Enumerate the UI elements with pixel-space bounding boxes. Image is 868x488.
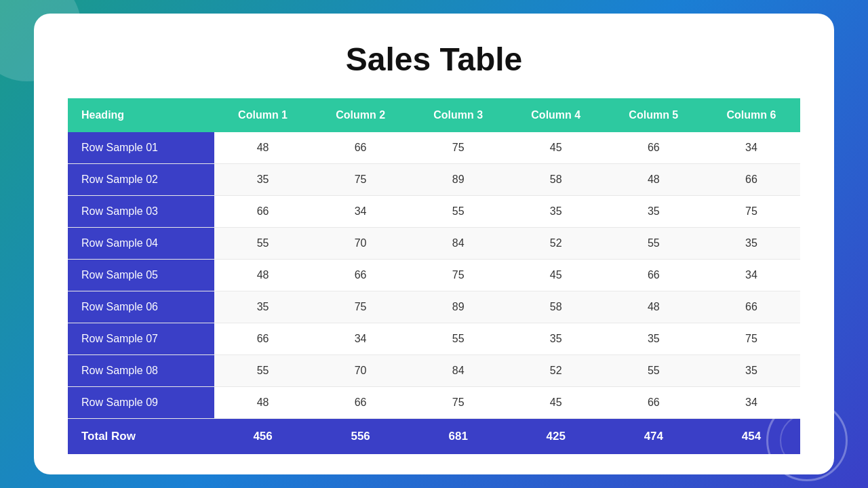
- row-8-col-5: 55: [605, 355, 703, 387]
- row-1-col-1: 48: [214, 132, 312, 164]
- table-row: Row Sample 09486675456634: [68, 387, 800, 419]
- row-8-col-6: 35: [703, 355, 800, 387]
- sales-table: Heading Column 1 Column 2 Column 3 Colum…: [68, 98, 800, 454]
- col-3-header: Column 3: [410, 98, 507, 132]
- table-row: Row Sample 03663455353575: [68, 196, 800, 228]
- row-2-col-6: 66: [703, 164, 800, 196]
- table-row: Row Sample 04557084525535: [68, 228, 800, 260]
- main-card: Sales Table Heading Column 1 Column 2 Co…: [34, 14, 834, 474]
- row-label: Row Sample 06: [68, 291, 214, 323]
- col-6-header: Column 6: [703, 98, 800, 132]
- row-4-col-5: 55: [605, 228, 703, 260]
- row-4-col-1: 55: [214, 228, 312, 260]
- row-7-col-5: 35: [605, 323, 703, 355]
- table-row: Row Sample 01486675456634: [68, 132, 800, 164]
- row-2-col-2: 75: [312, 164, 410, 196]
- row-8-col-4: 52: [507, 355, 605, 387]
- row-label: Row Sample 03: [68, 196, 214, 228]
- row-label: Row Sample 07: [68, 323, 214, 355]
- row-2-col-3: 89: [410, 164, 507, 196]
- row-6-col-5: 48: [605, 291, 703, 323]
- total-col-3: 681: [410, 419, 507, 455]
- row-6-col-3: 89: [410, 291, 507, 323]
- row-9-col-2: 66: [312, 387, 410, 419]
- row-5-col-3: 75: [410, 260, 507, 291]
- row-4-col-2: 70: [312, 228, 410, 260]
- row-5-col-1: 48: [214, 260, 312, 291]
- row-9-col-1: 48: [214, 387, 312, 419]
- total-row: Total Row456556681425474454: [68, 419, 800, 455]
- total-col-4: 425: [507, 419, 605, 455]
- row-label: Row Sample 08: [68, 355, 214, 387]
- row-8-col-1: 55: [214, 355, 312, 387]
- table-row: Row Sample 05486675456634: [68, 260, 800, 291]
- col-4-header: Column 4: [507, 98, 605, 132]
- row-7-col-4: 35: [507, 323, 605, 355]
- total-row-label: Total Row: [68, 419, 214, 455]
- row-7-col-3: 55: [410, 323, 507, 355]
- row-1-col-5: 66: [605, 132, 703, 164]
- row-label: Row Sample 09: [68, 387, 214, 419]
- row-9-col-3: 75: [410, 387, 507, 419]
- row-7-col-1: 66: [214, 323, 312, 355]
- col-5-header: Column 5: [605, 98, 703, 132]
- row-label: Row Sample 01: [68, 132, 214, 164]
- row-5-col-5: 66: [605, 260, 703, 291]
- bg-decoration-br2: [780, 413, 834, 468]
- row-3-col-2: 34: [312, 196, 410, 228]
- row-2-col-1: 35: [214, 164, 312, 196]
- row-8-col-3: 84: [410, 355, 507, 387]
- total-col-5: 474: [605, 419, 703, 455]
- total-col-2: 556: [312, 419, 410, 455]
- row-3-col-5: 35: [605, 196, 703, 228]
- table-row: Row Sample 07663455353575: [68, 323, 800, 355]
- row-7-col-6: 75: [703, 323, 800, 355]
- row-8-col-2: 70: [312, 355, 410, 387]
- row-1-col-6: 34: [703, 132, 800, 164]
- row-6-col-2: 75: [312, 291, 410, 323]
- row-5-col-2: 66: [312, 260, 410, 291]
- col-2-header: Column 2: [312, 98, 410, 132]
- row-7-col-2: 34: [312, 323, 410, 355]
- row-3-col-1: 66: [214, 196, 312, 228]
- row-label: Row Sample 05: [68, 260, 214, 291]
- row-1-col-2: 66: [312, 132, 410, 164]
- row-3-col-6: 75: [703, 196, 800, 228]
- page-title: Sales Table: [68, 41, 800, 78]
- row-3-col-3: 55: [410, 196, 507, 228]
- row-5-col-6: 34: [703, 260, 800, 291]
- row-9-col-5: 66: [605, 387, 703, 419]
- row-4-col-6: 35: [703, 228, 800, 260]
- row-label: Row Sample 02: [68, 164, 214, 196]
- row-label: Row Sample 04: [68, 228, 214, 260]
- table-row: Row Sample 06357589584866: [68, 291, 800, 323]
- total-col-1: 456: [214, 419, 312, 455]
- row-6-col-1: 35: [214, 291, 312, 323]
- heading-col: Heading: [68, 98, 214, 132]
- col-1-header: Column 1: [214, 98, 312, 132]
- table-row: Row Sample 02357589584866: [68, 164, 800, 196]
- table-row: Row Sample 08557084525535: [68, 355, 800, 387]
- row-5-col-4: 45: [507, 260, 605, 291]
- row-1-col-3: 75: [410, 132, 507, 164]
- row-2-col-5: 48: [605, 164, 703, 196]
- row-4-col-4: 52: [507, 228, 605, 260]
- row-1-col-4: 45: [507, 132, 605, 164]
- row-6-col-4: 58: [507, 291, 605, 323]
- row-9-col-4: 45: [507, 387, 605, 419]
- row-6-col-6: 66: [703, 291, 800, 323]
- row-3-col-4: 35: [507, 196, 605, 228]
- table-header-row: Heading Column 1 Column 2 Column 3 Colum…: [68, 98, 800, 132]
- row-2-col-4: 58: [507, 164, 605, 196]
- row-4-col-3: 84: [410, 228, 507, 260]
